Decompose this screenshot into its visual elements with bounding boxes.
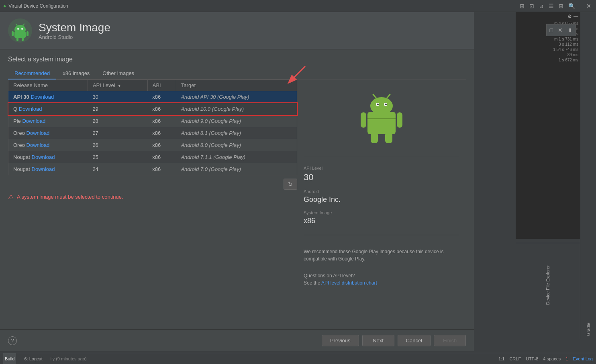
android-section: Android Google Inc. bbox=[304, 189, 459, 204]
download-link[interactable]: Download bbox=[19, 106, 42, 112]
download-link[interactable]: Download bbox=[32, 154, 55, 160]
dialog-title-group: System Image Android Studio bbox=[39, 21, 110, 40]
line-ending: CRLF bbox=[509, 356, 521, 361]
api-level-cell: 28 bbox=[88, 115, 147, 127]
tab-x86images[interactable]: x86 Images bbox=[56, 68, 96, 79]
logcat-tab-label: 6: Logcat bbox=[24, 356, 42, 361]
table-row[interactable]: Oreo Download 26 x86 Android 8.0 (Google… bbox=[8, 139, 297, 151]
content-area: Release Name API Level ▼ ABI Target bbox=[8, 79, 466, 323]
next-button[interactable]: Next bbox=[362, 335, 394, 346]
download-link[interactable]: Download bbox=[27, 142, 50, 148]
build-tab[interactable]: Build bbox=[3, 353, 16, 364]
release-name-text: Nougat bbox=[13, 166, 30, 172]
abi-cell: x86 bbox=[147, 127, 176, 139]
table-row[interactable]: Q Download 29 x86 Android 10.0 (Google P… bbox=[8, 103, 297, 115]
col-release-name: Release Name bbox=[8, 80, 88, 91]
dialog-header: System Image Android Studio bbox=[0, 12, 474, 49]
target-cell: Android 8.1 (Google Play) bbox=[176, 127, 297, 139]
system-image-value: x86 bbox=[304, 217, 459, 225]
download-link[interactable]: Download bbox=[22, 118, 45, 124]
toolbar-icon-5[interactable]: ⊞ bbox=[557, 2, 565, 10]
status-bar: Build 6: Logcat ily (9 minutes ago) 1:1 … bbox=[0, 353, 596, 364]
android-figure-svg bbox=[357, 90, 406, 146]
target-cell: Android 9.0 (Google Play) bbox=[176, 115, 297, 127]
gear-icon[interactable]: ⚙ bbox=[567, 14, 572, 19]
help-button[interactable]: ? bbox=[8, 336, 17, 345]
dialog-subtitle: Android Studio bbox=[39, 34, 110, 40]
event-log-link[interactable]: Event Log bbox=[573, 356, 593, 361]
api-level-cell: 25 bbox=[88, 151, 147, 163]
device-file-panel: Device File Explorer bbox=[516, 243, 580, 327]
api-level-link[interactable]: API level distribution chart bbox=[321, 280, 377, 286]
download-link[interactable]: Download bbox=[32, 166, 55, 172]
release-name-text: Nougat bbox=[13, 154, 30, 160]
release-name-cell: API 30 Download bbox=[8, 91, 88, 103]
toolbar-icon-3[interactable]: ⊿ bbox=[537, 2, 545, 10]
abi-cell: x86 bbox=[147, 103, 176, 115]
release-name-cell: Nougat Download bbox=[8, 163, 88, 175]
indent: 4 spaces bbox=[543, 356, 561, 361]
float-minimize[interactable]: □ bbox=[548, 26, 555, 34]
release-name-text: Q bbox=[13, 106, 17, 112]
tab-otherimages[interactable]: Other Images bbox=[96, 68, 141, 79]
refresh-button[interactable]: ↻ bbox=[284, 179, 297, 190]
table-area: Release Name API Level ▼ ABI Target bbox=[8, 79, 297, 323]
target-cell: Android 7.0 (Google Play) bbox=[176, 163, 297, 175]
system-image-section: System Image x86 bbox=[304, 210, 459, 225]
dialog-title: System Image bbox=[39, 21, 110, 34]
dialog-body: Select a system image Recommended x86 Im… bbox=[0, 49, 474, 329]
float-close[interactable]: ✕ bbox=[556, 26, 564, 34]
release-name-cell: Oreo Download bbox=[8, 127, 88, 139]
device-file-label: Device File Explorer bbox=[545, 265, 550, 305]
previous-button[interactable]: Previous bbox=[322, 335, 359, 346]
float-pause[interactable]: ⏸ bbox=[566, 26, 574, 34]
abi-cell: x86 bbox=[147, 115, 176, 127]
abi-cell: x86 bbox=[147, 163, 176, 175]
api-level-cell: 27 bbox=[88, 127, 147, 139]
abi-cell: x86 bbox=[147, 151, 176, 163]
cancel-button[interactable]: Cancel bbox=[398, 335, 431, 346]
table-row[interactable]: Nougat Download 24 x86 Android 7.0 (Goog… bbox=[8, 163, 297, 175]
toolbar-icon-2[interactable]: ⊡ bbox=[528, 2, 536, 10]
api-level-section: API Level 30 bbox=[304, 166, 459, 183]
release-name-cell: Q Download bbox=[8, 103, 88, 115]
col-api-level[interactable]: API Level ▼ bbox=[88, 80, 147, 91]
close-button[interactable]: ✕ bbox=[585, 3, 593, 9]
download-link[interactable]: Download bbox=[31, 94, 54, 100]
log-panel: ⚙ — m 4 s 855 ms 34 s 839 ms 2 s 287 ms … bbox=[516, 12, 580, 239]
toolbar-icon-1[interactable]: ⊞ bbox=[518, 2, 526, 10]
table-row[interactable]: Pie Download 28 x86 Android 9.0 (Google … bbox=[8, 115, 297, 127]
log-entry: 1 54 s 746 ms bbox=[517, 47, 578, 52]
svg-rect-22 bbox=[385, 132, 392, 143]
finish-button[interactable]: Finish bbox=[434, 335, 466, 346]
table-row[interactable]: API 30 Download 30 x86 Android API 30 (G… bbox=[8, 91, 297, 103]
release-name-cell: Pie Download bbox=[8, 115, 88, 127]
logcat-tab[interactable]: 6: Logcat bbox=[22, 353, 44, 364]
svg-rect-20 bbox=[397, 112, 402, 128]
error-count-badge: 1 bbox=[565, 356, 568, 361]
download-link[interactable]: Download bbox=[27, 130, 50, 136]
divider-1 bbox=[304, 156, 459, 156]
minimize-icon[interactable]: — bbox=[574, 14, 578, 19]
charset: UTF-8 bbox=[526, 356, 538, 361]
svg-line-18 bbox=[387, 94, 390, 98]
error-text: A system image must be selected to conti… bbox=[17, 194, 123, 200]
divider-2 bbox=[304, 235, 459, 235]
search-icon[interactable]: 🔍 bbox=[567, 2, 577, 10]
svg-line-17 bbox=[373, 94, 376, 98]
svg-rect-6 bbox=[14, 31, 26, 38]
svg-rect-19 bbox=[361, 112, 366, 128]
info-panel: API Level 30 Android Google Inc. System … bbox=[297, 79, 466, 323]
tab-recommended[interactable]: Recommended bbox=[8, 68, 56, 79]
abi-cell: x86 bbox=[147, 139, 176, 151]
toolbar-icon-4[interactable]: ☰ bbox=[547, 2, 555, 10]
svg-rect-21 bbox=[371, 132, 378, 143]
api-level-label: API Level bbox=[304, 166, 459, 171]
release-name-text: API 30 bbox=[13, 94, 29, 100]
svg-point-2 bbox=[17, 28, 19, 30]
table-row[interactable]: Oreo Download 27 x86 Android 8.1 (Google… bbox=[8, 127, 297, 139]
release-name-cell: Oreo Download bbox=[8, 139, 88, 151]
status-right: 1:1 CRLF UTF-8 4 spaces 1 Event Log bbox=[498, 356, 593, 361]
table-row[interactable]: Nougat Download 25 x86 Android 7.1.1 (Go… bbox=[8, 151, 297, 163]
log-panel-header: ⚙ — bbox=[517, 14, 578, 19]
